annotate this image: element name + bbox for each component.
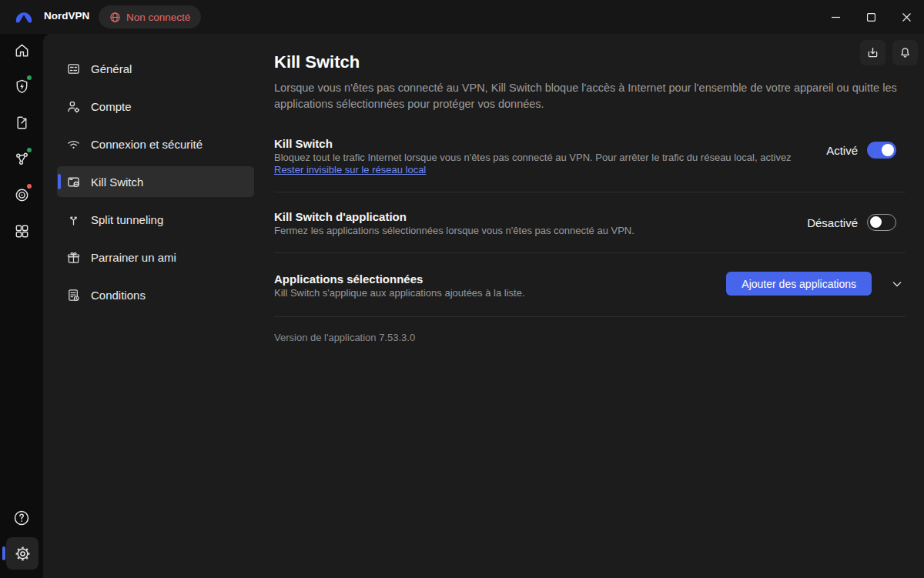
app-title: NordVPN — [44, 10, 89, 22]
main-content: Kill Switch Lorsque vous n'êtes pas conn… — [43, 34, 924, 578]
kill-switch-setting-description: Bloquez tout le trafic Internet lorsque … — [274, 152, 792, 163]
app-kill-switch-toggle-group: Désactivé — [807, 214, 896, 231]
apps-grid-icon — [13, 222, 31, 240]
download-icon — [865, 45, 880, 60]
divider — [274, 192, 906, 192]
selected-apps-controls: Ajouter des applications — [726, 272, 906, 296]
header-actions — [860, 40, 918, 65]
download-button[interactable] — [860, 40, 886, 65]
app-kill-switch-toggle-label: Désactivé — [807, 216, 858, 229]
app-kill-switch-setting-description: Fermez les applications sélectionnées lo… — [274, 225, 634, 236]
divider — [274, 252, 906, 253]
close-button[interactable] — [889, 0, 924, 34]
settings-gear-icon — [14, 545, 32, 563]
divider — [274, 316, 906, 317]
dark-web-monitor-nav-button[interactable] — [0, 182, 43, 207]
globe-icon — [109, 12, 121, 23]
kill-switch-setting-title: Kill Switch — [274, 137, 333, 150]
left-rail — [0, 34, 43, 578]
app-kill-switch-setting-title: Kill Switch d'application — [274, 210, 407, 223]
invisible-lan-link[interactable]: Rester invisible sur le réseau local — [274, 164, 426, 175]
status-dot-green — [25, 74, 33, 82]
kill-switch-toggle-label: Activé — [826, 144, 858, 157]
active-rail-indicator — [2, 546, 5, 560]
apps-grid-nav-button[interactable] — [0, 219, 43, 243]
minimize-button[interactable] — [818, 0, 853, 34]
app-version-text: Version de l'application 7.53.3.0 — [274, 332, 415, 343]
kill-switch-toggle[interactable] — [867, 142, 896, 159]
nordvpn-logo-icon — [14, 7, 34, 27]
home-icon — [13, 42, 31, 59]
connection-status-badge: Non connecté — [99, 5, 201, 28]
help-icon — [12, 509, 31, 527]
window-controls — [818, 0, 924, 34]
maximize-button[interactable] — [853, 0, 889, 34]
app-kill-switch-toggle[interactable] — [867, 214, 896, 231]
page-title: Kill Switch — [274, 52, 360, 72]
kill-switch-toggle-group: Activé — [826, 142, 896, 159]
connection-status-text: Non connecté — [126, 12, 190, 23]
add-applications-button[interactable]: Ajouter des applications — [726, 272, 872, 296]
toggle-knob — [882, 144, 894, 156]
settings-nav-button[interactable] — [6, 537, 38, 570]
chevron-down-icon[interactable] — [889, 276, 906, 292]
toggle-knob — [870, 216, 882, 228]
help-button[interactable] — [0, 506, 43, 530]
notifications-button[interactable] — [892, 40, 918, 65]
nordvpn-window: NordVPN Non connecté — [0, 0, 924, 578]
selected-apps-description: Kill Switch s'applique aux applications … — [274, 287, 525, 299]
home-nav-button[interactable] — [0, 38, 43, 62]
bell-icon — [898, 45, 912, 60]
file-share-nav-button[interactable] — [0, 110, 43, 135]
status-dot-red — [25, 182, 33, 190]
meshnet-nav-button[interactable] — [0, 146, 43, 171]
selected-apps-title: Applications sélectionnées — [274, 272, 423, 286]
titlebar: NordVPN Non connecté — [0, 0, 924, 34]
file-share-icon — [13, 114, 31, 132]
threat-protection-nav-button[interactable] — [0, 74, 43, 99]
status-dot-green — [25, 146, 33, 154]
page-description: Lorsque vous n'êtes pas connecté au VPN,… — [274, 80, 906, 112]
